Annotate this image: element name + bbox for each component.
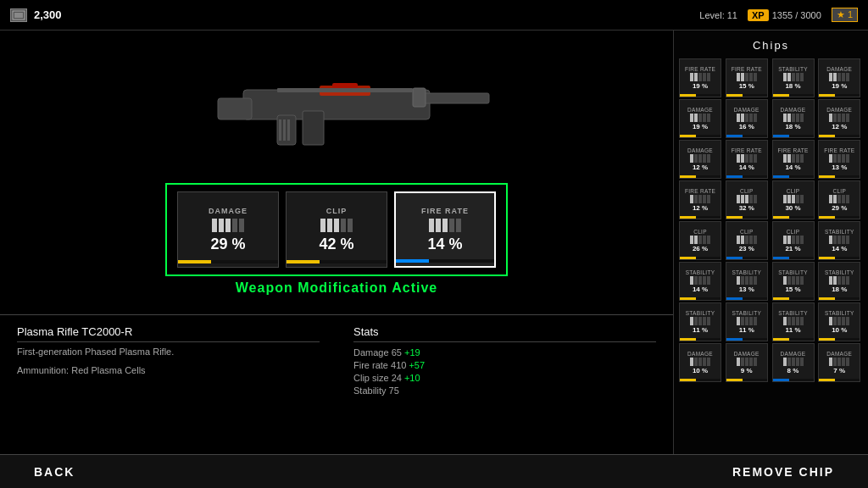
chip-item-9[interactable]: FIRE RATE14 % bbox=[726, 140, 768, 179]
chip-bottom-bar-8 bbox=[680, 175, 721, 178]
chip-item-23[interactable]: STABILITY18 % bbox=[818, 262, 860, 301]
chip-bar-5-3 bbox=[749, 114, 753, 122]
chip-item-1[interactable]: FIRE RATE15 % bbox=[726, 58, 768, 97]
chip-item-3[interactable]: DAMAGE19 % bbox=[818, 58, 860, 97]
info-section: Plasma Rifle TC2000-R First-generation P… bbox=[0, 314, 673, 454]
chip-item-13[interactable]: CLIP32 % bbox=[726, 180, 768, 219]
chip-item-4[interactable]: DAMAGE19 % bbox=[679, 99, 721, 138]
svg-rect-3 bbox=[421, 93, 489, 103]
chip-item-17[interactable]: CLIP23 % bbox=[726, 221, 768, 260]
chip-bar-31-1 bbox=[833, 358, 837, 366]
chip-item-20[interactable]: STABILITY14 % bbox=[679, 262, 721, 301]
header-right: Level: 11 XP 1355 / 3000 ★ 1 bbox=[699, 8, 858, 22]
chip-item-22[interactable]: STABILITY15 % bbox=[772, 262, 815, 301]
chip-bar-24-3 bbox=[703, 317, 706, 325]
chip-bar-2-1 bbox=[787, 73, 791, 81]
chip-bars-2 bbox=[783, 73, 804, 81]
chip-bar-7-3 bbox=[842, 114, 845, 122]
chip-bar-28-3 bbox=[703, 358, 706, 366]
chip-item-21[interactable]: STABILITY13 % bbox=[726, 262, 768, 301]
mod-slot-damage-percent: 29 % bbox=[210, 236, 245, 253]
chip-bars-20 bbox=[690, 276, 710, 285]
chip-bar-29-2 bbox=[745, 358, 748, 366]
chip-item-25[interactable]: STABILITY11 % bbox=[726, 302, 768, 341]
stat-damage: Damage 65 +19 bbox=[353, 347, 656, 358]
chip-bottom-bar-19 bbox=[819, 257, 860, 259]
chip-item-11[interactable]: FIRE RATE13 % bbox=[818, 140, 860, 179]
chip-item-24[interactable]: STABILITY11 % bbox=[679, 302, 721, 341]
chip-bar-19-0 bbox=[829, 236, 832, 244]
chip-item-8[interactable]: DAMAGE12 % bbox=[679, 140, 721, 179]
chip-bar-28-0 bbox=[690, 358, 693, 366]
chip-bottom-bar-0 bbox=[680, 94, 721, 97]
chip-bar-8-0 bbox=[690, 154, 693, 163]
chip-bars-12 bbox=[690, 195, 710, 203]
chip-item-7[interactable]: DAMAGE12 % bbox=[818, 99, 860, 138]
chip-percent-6: 18 % bbox=[785, 123, 800, 130]
mod-slot-damage[interactable]: DAMAGE 29 % bbox=[177, 191, 279, 268]
chip-label-25: STABILITY bbox=[732, 310, 761, 317]
chip-item-12[interactable]: FIRE RATE12 % bbox=[679, 180, 721, 219]
chip-bar-15-2 bbox=[837, 195, 841, 203]
chip-item-26[interactable]: STABILITY11 % bbox=[772, 302, 815, 341]
chip-item-5[interactable]: DAMAGE16 % bbox=[726, 99, 768, 138]
remove-chip-button[interactable]: Remove chip bbox=[732, 465, 834, 479]
chip-bottom-bar-12 bbox=[680, 216, 721, 219]
main-panel: DAMAGE 29 % CLIP 42 % bbox=[0, 30, 673, 454]
chip-bars-5 bbox=[737, 114, 757, 122]
chip-item-10[interactable]: FIRE RATE14 % bbox=[772, 140, 815, 179]
chip-bars-19 bbox=[829, 236, 849, 244]
chip-bars-23 bbox=[829, 276, 849, 285]
chip-bars-8 bbox=[690, 154, 710, 163]
chip-bar-18-0 bbox=[783, 236, 787, 244]
chip-item-31[interactable]: DAMAGE7 % bbox=[818, 343, 860, 382]
chip-bar-16-4 bbox=[707, 236, 710, 244]
chip-bar-16-3 bbox=[703, 236, 706, 244]
chip-bar-24-1 bbox=[694, 317, 698, 325]
chip-percent-24: 11 % bbox=[693, 326, 708, 334]
chip-item-29[interactable]: DAMAGE9 % bbox=[726, 343, 768, 382]
chip-item-19[interactable]: STABILITY14 % bbox=[818, 221, 860, 260]
chip-percent-2: 18 % bbox=[785, 82, 800, 90]
chip-bar-23-4 bbox=[846, 276, 849, 285]
chip-item-6[interactable]: DAMAGE18 % bbox=[772, 99, 815, 138]
chip-item-30[interactable]: DAMAGE8 % bbox=[772, 343, 815, 382]
chip-bar-5-0 bbox=[737, 114, 740, 122]
chip-bar-30-2 bbox=[792, 358, 795, 366]
chip-item-28[interactable]: DAMAGE10 % bbox=[679, 343, 721, 382]
chip-label-28: DAMAGE bbox=[687, 351, 713, 358]
chip-item-0[interactable]: FIRE RATE19 % bbox=[679, 58, 721, 97]
chips-title: Chips bbox=[677, 34, 865, 57]
bar-1 bbox=[429, 219, 434, 232]
chip-label-17: CLIP bbox=[740, 229, 754, 236]
chip-bar-9-0 bbox=[737, 154, 740, 163]
chip-bars-1 bbox=[737, 73, 757, 81]
mod-slot-clip[interactable]: CLIP 42 % bbox=[286, 191, 387, 268]
chip-bar-25-2 bbox=[745, 317, 748, 325]
chips-grid: FIRE RATE19 %FIRE RATE15 %STABILITY18 %D… bbox=[677, 57, 865, 384]
chip-item-27[interactable]: STABILITY10 % bbox=[818, 302, 860, 341]
chip-bar-5-4 bbox=[754, 114, 757, 122]
chip-bar-12-1 bbox=[694, 195, 698, 203]
chip-bars-14 bbox=[783, 195, 804, 203]
mod-slot-firerate[interactable]: FIRE RATE 14 % bbox=[394, 191, 496, 268]
chip-item-16[interactable]: CLIP26 % bbox=[679, 221, 721, 260]
chip-item-15[interactable]: CLIP29 % bbox=[818, 180, 860, 219]
chip-bar-6-4 bbox=[800, 114, 804, 122]
chip-bar-21-4 bbox=[754, 276, 757, 285]
chip-label-15: CLIP bbox=[832, 188, 846, 195]
chip-bars-13 bbox=[737, 195, 757, 203]
chip-label-16: CLIP bbox=[693, 229, 707, 236]
chip-bar-18-4 bbox=[800, 236, 804, 244]
mod-slot-firerate-bars bbox=[429, 219, 461, 232]
chip-item-2[interactable]: STABILITY18 % bbox=[772, 58, 815, 97]
chip-bar-2-4 bbox=[800, 73, 804, 81]
chip-item-18[interactable]: CLIP21 % bbox=[772, 221, 815, 260]
chip-label-29: DAMAGE bbox=[734, 351, 760, 358]
chip-item-14[interactable]: CLIP30 % bbox=[772, 180, 815, 219]
bar-1 bbox=[212, 219, 217, 232]
chip-bar-1-2 bbox=[745, 73, 748, 81]
chip-bar-16-0 bbox=[690, 236, 693, 244]
back-button[interactable]: Back bbox=[34, 465, 75, 479]
chip-bar-2-2 bbox=[792, 73, 795, 81]
